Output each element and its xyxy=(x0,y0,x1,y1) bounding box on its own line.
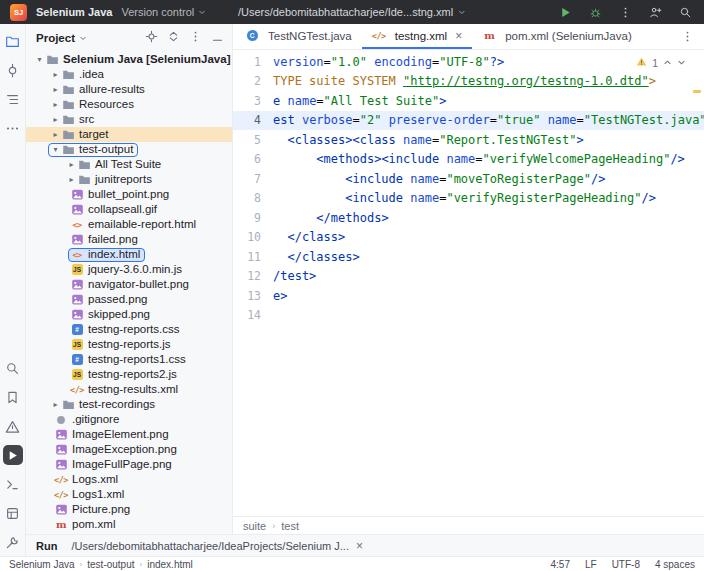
tree-item-imageexception-png[interactable]: ImageException.png xyxy=(26,442,232,457)
line-number[interactable]: 11 xyxy=(233,250,273,264)
project-icon[interactable] xyxy=(3,31,23,51)
line-number[interactable]: 8 xyxy=(233,191,273,205)
tree-item-testng-reports-css[interactable]: #testng-reports.css xyxy=(26,322,232,337)
code-line-2[interactable]: 2TYPE suite SYSTEM "http://testng.org/te… xyxy=(233,72,704,92)
run-title[interactable]: Run xyxy=(36,540,57,552)
tree-item-picture-png[interactable]: Picture.png xyxy=(26,502,232,517)
code-line-10[interactable]: 10 </class> xyxy=(233,228,704,248)
close-icon[interactable]: × xyxy=(455,30,462,42)
add-user-icon[interactable] xyxy=(646,3,664,21)
nav-crumb-selenium-java[interactable]: Selenium Java xyxy=(9,559,75,570)
code-line-12[interactable]: 12/test> xyxy=(233,267,704,287)
code-line-8[interactable]: 8 <include name="verifyRegisterPageHeadi… xyxy=(233,189,704,209)
debug-icon[interactable] xyxy=(586,3,604,21)
status-utf-8[interactable]: UTF-8 xyxy=(612,559,640,570)
line-number[interactable]: 7 xyxy=(233,172,273,186)
breadcrumb-test[interactable]: test xyxy=(281,520,299,532)
commit-icon[interactable] xyxy=(3,60,23,80)
line-number[interactable]: 2 xyxy=(233,74,273,88)
chevron-right-icon[interactable]: ▸ xyxy=(66,175,77,184)
nav-crumb-index-html[interactable]: index.html xyxy=(147,559,193,570)
problems-icon[interactable] xyxy=(3,416,23,436)
tree-item-skipped-png[interactable]: skipped.png xyxy=(26,307,232,322)
code-line-3[interactable]: 3e name="All Test Suite"> xyxy=(233,91,704,111)
chevron-down-icon[interactable] xyxy=(79,34,87,42)
tree-item-testng-results-xml[interactable]: </>testng-results.xml xyxy=(26,382,232,397)
line-number[interactable]: 6 xyxy=(233,152,273,166)
chevron-down-icon[interactable]: ▾ xyxy=(50,145,61,154)
code-area[interactable]: 1 1version="1.0" encoding="UTF-8"?>2TYPE… xyxy=(233,50,704,516)
chevron-down-icon[interactable]: ▾ xyxy=(34,55,45,64)
services-icon[interactable] xyxy=(3,503,23,523)
more-icon[interactable] xyxy=(616,3,634,21)
find-icon[interactable] xyxy=(3,358,23,378)
tree-item-src[interactable]: ▸src xyxy=(26,112,232,127)
more-icon[interactable] xyxy=(3,118,23,138)
tab-pom-xml-seleniumjava[interactable]: mpom.xml (SeleniumJava) xyxy=(472,24,642,49)
more-icon[interactable] xyxy=(189,29,202,47)
tree-item-collapseall-gif[interactable]: collapseall.gif xyxy=(26,202,232,217)
structure-icon[interactable] xyxy=(3,89,23,109)
chevron-right-icon[interactable]: ▸ xyxy=(50,115,61,124)
tree-item-gitignore[interactable]: .gitignore xyxy=(26,412,232,427)
tree-item-resources[interactable]: ▸Resources xyxy=(26,97,232,112)
bookmarks-icon[interactable] xyxy=(3,387,23,407)
tree-item-navigator-bullet-png[interactable]: navigator-bullet.png xyxy=(26,277,232,292)
line-number[interactable]: 3 xyxy=(233,94,273,108)
run-icon[interactable] xyxy=(556,3,574,21)
nav-crumb-test-output[interactable]: test-output xyxy=(87,559,134,570)
tree-item-selenium-java-seleniumjava[interactable]: ▾Selenium Java [SeleniumJava]~/IdeaProje xyxy=(26,52,232,67)
tree-item-testng-reports2-js[interactable]: JStestng-reports2.js xyxy=(26,367,232,382)
run-config-path[interactable]: /Users/debomitabhattacharjee/Ide...stng.… xyxy=(238,0,466,24)
tree-item-logs-xml[interactable]: </>Logs.xml xyxy=(26,472,232,487)
chevron-right-icon[interactable]: ▸ xyxy=(50,400,61,409)
chevron-right-icon[interactable]: ▸ xyxy=(50,100,61,109)
tree-item-test-recordings[interactable]: ▸test-recordings xyxy=(26,397,232,412)
line-number[interactable]: 14 xyxy=(233,308,273,322)
line-number[interactable]: 5 xyxy=(233,133,273,147)
tree-item-imageelement-png[interactable]: ImageElement.png xyxy=(26,427,232,442)
more-icon[interactable] xyxy=(671,24,704,49)
build-icon[interactable] xyxy=(3,532,23,552)
chevron-right-icon[interactable]: ▸ xyxy=(50,70,61,79)
terminal-icon[interactable] xyxy=(3,474,23,494)
line-number[interactable]: 12 xyxy=(233,269,273,283)
app-logo[interactable]: SJ xyxy=(10,4,27,21)
prev-problem-icon[interactable] xyxy=(663,57,672,69)
code-line-4[interactable]: 4est verbose="2" preserve-order="true" n… xyxy=(233,111,704,131)
line-number[interactable]: 13 xyxy=(233,289,273,303)
code-line-7[interactable]: 7 <include name="moveToRegisterPage"/> xyxy=(233,169,704,189)
run-icon[interactable] xyxy=(3,445,23,465)
code-line-13[interactable]: 13e> xyxy=(233,286,704,306)
tree-item-emailable-report-html[interactable]: <>emailable-report.html xyxy=(26,217,232,232)
tab-testngtest-java[interactable]: CTestNGTest.java xyxy=(235,24,362,49)
breadcrumb-suite[interactable]: suite xyxy=(243,520,266,532)
code-line-6[interactable]: 6 <methods><include name="verifyWelcomeP… xyxy=(233,150,704,170)
tree-item-testng-reports-js[interactable]: JStestng-reports.js xyxy=(26,337,232,352)
inspections-widget[interactable]: 1 xyxy=(632,55,690,70)
chevron-right-icon[interactable]: ▸ xyxy=(66,160,77,169)
code-line-5[interactable]: 5 <classes><class name="Report.TestNGTes… xyxy=(233,130,704,150)
tree-item-index-html[interactable]: <>index.html xyxy=(26,247,232,262)
tree-item-passed-png[interactable]: passed.png xyxy=(26,292,232,307)
chevron-right-icon[interactable]: ▸ xyxy=(50,130,61,139)
tree-item-all-test-suite[interactable]: ▸All Test Suite xyxy=(26,157,232,172)
code-line-11[interactable]: 11 </classes> xyxy=(233,247,704,267)
code-line-9[interactable]: 9 </methods> xyxy=(233,208,704,228)
tree-item-logs1-xml[interactable]: </>Logs1.xml xyxy=(26,487,232,502)
status-lf[interactable]: LF xyxy=(585,559,597,570)
tree-item-imagefullpage-png[interactable]: ImageFullPage.png xyxy=(26,457,232,472)
project-menu[interactable]: Selenium Java xyxy=(36,6,112,18)
collapse-all-icon[interactable] xyxy=(167,29,180,47)
locate-icon[interactable] xyxy=(145,29,158,47)
tree-item-testng-reports1-css[interactable]: #testng-reports1.css xyxy=(26,352,232,367)
status-4-57[interactable]: 4:57 xyxy=(550,559,569,570)
tree-item-junitreports[interactable]: ▸junitreports xyxy=(26,172,232,187)
status-4-spaces[interactable]: 4 spaces xyxy=(655,559,695,570)
search-icon[interactable] xyxy=(676,3,694,21)
tree-item-idea[interactable]: ▸.idea xyxy=(26,67,232,82)
line-number[interactable]: 9 xyxy=(233,211,273,225)
tree-item-jquery-3-6-0-min-js[interactable]: JSjquery-3.6.0.min.js xyxy=(26,262,232,277)
tree-item-target[interactable]: ▸target xyxy=(26,127,232,142)
hide-icon[interactable] xyxy=(211,29,224,47)
